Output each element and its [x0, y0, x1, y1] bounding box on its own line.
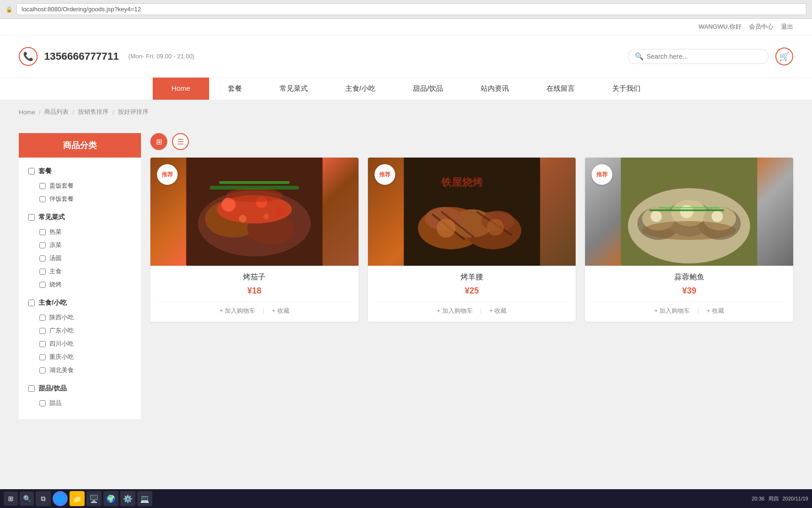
product-grid: 推荐 烤茄子 ¥18 + 加入购物车 | + 收藏	[150, 158, 793, 322]
checkbox-set-meal[interactable]	[28, 168, 35, 175]
logout-link[interactable]: 退出	[781, 23, 793, 31]
collect-btn-1[interactable]: + 收藏	[489, 307, 507, 315]
category-child-companion-set: 伴饭套餐	[38, 192, 133, 206]
svg-rect-9	[210, 186, 299, 190]
business-hours: (Mon- Fri: 09.00 - 21.00)	[128, 53, 195, 60]
label-soup: 汤圆	[49, 254, 62, 262]
checkbox-bbq[interactable]	[39, 282, 46, 288]
product-card-2: 推荐 蒜蓉鲍鱼 ¥39 + 加入购物车 | + 收藏	[585, 158, 793, 322]
breadcrumb-rating-sort[interactable]: 按好评排序	[118, 108, 148, 116]
collect-btn-0[interactable]: + 收藏	[272, 307, 289, 315]
nav-home[interactable]: Home	[153, 78, 209, 100]
add-cart-btn-2[interactable]: + 加入购物车	[654, 307, 690, 315]
svg-point-11	[239, 215, 246, 222]
taskbar-taskview[interactable]: ⧉	[36, 491, 51, 506]
checkbox-hubei[interactable]	[39, 367, 46, 373]
grid-view-button[interactable]: ⊞	[150, 133, 167, 150]
start-button[interactable]: ⊞	[4, 492, 18, 506]
breadcrumb-sep-3: /	[112, 109, 114, 116]
checkbox-companion-set[interactable]	[39, 196, 46, 202]
nav-about[interactable]: 关于我们	[593, 78, 659, 100]
svg-point-7	[275, 207, 285, 216]
nav-staple-snacks[interactable]: 主食/小吃	[327, 78, 394, 100]
product-image-2: 推荐	[585, 158, 793, 266]
chrome-icon: 🌐	[55, 494, 65, 503]
checkbox-cold-dish[interactable]	[39, 242, 46, 248]
taskbar-app3[interactable]: 🖥️	[86, 491, 102, 506]
taskbar-right: 20:36 周四 2020/11/19	[751, 495, 808, 502]
product-actions-0: + 加入购物车 | + 收藏	[158, 302, 351, 315]
taskbar-date: 2020/11/19	[782, 496, 808, 501]
checkbox-staple[interactable]	[39, 269, 46, 275]
category-label-dessert: 甜品/饮品	[39, 384, 67, 393]
checkbox-dessert-item[interactable]	[39, 400, 46, 406]
checkbox-snacks[interactable]	[28, 300, 35, 306]
svg-point-39	[642, 221, 736, 240]
svg-point-8	[226, 188, 282, 202]
category-parent-set-meal: 套餐	[26, 163, 133, 179]
address-bar[interactable]: localhost:8080/Ordering/goods.jsp?key4=1…	[16, 3, 806, 15]
checkbox-soup[interactable]	[39, 255, 46, 262]
app3-icon: 🖥️	[89, 494, 99, 503]
files-icon: 📁	[72, 494, 82, 503]
breadcrumb-sales-sort[interactable]: 按销售排序	[78, 108, 109, 116]
product-name-1: 烤羊腰	[375, 272, 569, 282]
checkbox-chongqing[interactable]	[39, 354, 46, 360]
category-parent-snacks: 主食/小吃	[26, 295, 133, 311]
search-taskbar-button[interactable]: 🔍	[20, 492, 34, 506]
nav-news[interactable]: 站内资讯	[462, 78, 528, 100]
grid-icon: ⊞	[156, 137, 162, 146]
label-shaanxi: 陕西小吃	[49, 313, 74, 322]
nav-set-meal[interactable]: 套餐	[209, 78, 261, 100]
checkbox-shaanxi[interactable]	[39, 315, 46, 321]
label-dessert-item: 甜品	[49, 399, 62, 407]
category-parent-common: 常见菜式	[26, 209, 133, 225]
nav-desserts[interactable]: 甜品/饮品	[394, 78, 462, 100]
taskbar-app5[interactable]: 💻	[137, 491, 152, 506]
breadcrumb-product-list[interactable]: 商品列表	[44, 108, 69, 116]
product-card-0: 推荐 烤茄子 ¥18 + 加入购物车 | + 收藏	[150, 158, 359, 322]
phone-icon-symbol: 📞	[23, 51, 33, 62]
product-price-1: ¥25	[375, 286, 569, 296]
taskbar-chrome[interactable]: 🌐	[53, 491, 68, 506]
svg-point-34	[651, 211, 662, 222]
product-image-1: 铁屋烧烤	[368, 158, 576, 266]
checkbox-guangdong[interactable]	[39, 328, 46, 334]
child-dessert-item: 甜品	[38, 397, 133, 410]
child-shaanxi: 陕西小吃	[38, 311, 133, 324]
taskbar-ie[interactable]: 🌍	[103, 491, 118, 506]
label-chongqing: 重庆小吃	[49, 353, 74, 361]
svg-rect-10	[219, 181, 289, 184]
collect-btn-2[interactable]: + 收藏	[707, 307, 724, 315]
checkbox-common[interactable]	[28, 214, 35, 221]
checkbox-hot-dish[interactable]	[39, 229, 46, 235]
main-nav: Home 套餐 常见菜式 主食/小吃 甜品/饮品 站内资讯 在线留言 关于我们	[0, 78, 812, 100]
add-cart-btn-1[interactable]: + 加入购物车	[437, 307, 473, 315]
taskbar-files[interactable]: 📁	[70, 491, 85, 506]
sidebar-content: 套餐 盖饭套餐 伴饭套餐 常见菜式	[19, 158, 141, 419]
taskbar-time: 20:36	[751, 496, 765, 501]
child-cold-dish: 凉菜	[38, 238, 133, 252]
cart-button[interactable]: 🛒	[775, 48, 793, 65]
svg-point-23	[437, 219, 455, 238]
child-guangdong: 广东小吃	[38, 324, 133, 337]
list-view-button[interactable]: ☰	[172, 133, 189, 150]
search-input[interactable]	[647, 53, 762, 60]
nav-message[interactable]: 在线留言	[528, 78, 593, 100]
product-actions-1: + 加入购物车 | + 收藏	[375, 302, 569, 315]
checkbox-rice-set[interactable]	[39, 183, 46, 189]
search-icon: 🔍	[635, 52, 644, 61]
search-box[interactable]: 🔍	[628, 49, 769, 64]
taskbar-settings[interactable]: ⚙️	[120, 491, 135, 506]
checkbox-dessert[interactable]	[28, 385, 35, 392]
label-cold-dish: 凉菜	[49, 241, 62, 249]
user-bar: WANGWU,你好 会员中心 退出	[0, 19, 812, 35]
member-center-link[interactable]: 会员中心	[749, 23, 773, 31]
checkbox-sichuan[interactable]	[39, 341, 46, 347]
child-hubei: 湖北美食	[38, 364, 133, 377]
add-cart-btn-0[interactable]: + 加入购物车	[219, 307, 255, 315]
nav-common-dishes[interactable]: 常见菜式	[261, 78, 327, 100]
breadcrumb-home[interactable]: Home	[19, 109, 35, 116]
action-sep-0: |	[263, 307, 264, 315]
svg-point-24	[487, 219, 504, 236]
